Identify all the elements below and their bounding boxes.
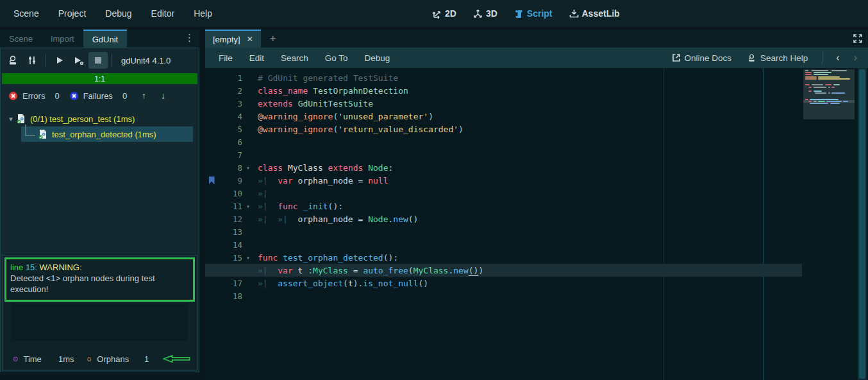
- settings-button[interactable]: [22, 52, 42, 69]
- doc-search-button[interactable]: [3, 52, 22, 69]
- dock-tab-import[interactable]: Import: [42, 30, 83, 48]
- dock-tab-scene[interactable]: Scene: [0, 30, 42, 48]
- code-text: @warning_ignore('unused_parameter'): [254, 112, 433, 121]
- code-line[interactable]: 12»|»|orphan_node = Node.new(): [205, 212, 868, 225]
- script-menu-go-to[interactable]: Go To: [317, 49, 356, 67]
- next-failure-button[interactable]: ↓: [156, 91, 171, 101]
- search-help-button[interactable]: Search Help: [740, 50, 814, 66]
- debug-tests-button[interactable]: [69, 52, 88, 69]
- dock-options-icon[interactable]: ⋮: [179, 30, 199, 48]
- line-number: 17: [218, 279, 242, 288]
- minimap-line-mark: [810, 99, 838, 100]
- online-docs-button[interactable]: Online Docs: [665, 50, 739, 66]
- line-number: 6: [218, 137, 242, 147]
- code-text: »|var orphan_node = null: [254, 176, 388, 186]
- code-line[interactable]: 17»|assert_object(t).is_not_null(): [205, 277, 868, 289]
- indent-guide-icon: »|: [258, 279, 278, 288]
- code-line[interactable]: 1# GdUnit generated TestSuite: [205, 71, 868, 84]
- fold-arrow-icon[interactable]: ▾: [242, 254, 254, 261]
- close-icon[interactable]: ✕: [247, 35, 253, 44]
- mode-script-button[interactable]: Script: [510, 6, 556, 21]
- code-token: :: [308, 266, 313, 275]
- code-line[interactable]: 7: [205, 148, 868, 161]
- line-number: 18: [218, 291, 242, 301]
- mode-3d-button[interactable]: 3D: [469, 6, 501, 21]
- warning-line-number: 15:: [26, 263, 37, 272]
- code-token: assert_object: [278, 279, 343, 288]
- menu-help[interactable]: Help: [187, 5, 219, 22]
- code-token: ): [428, 112, 433, 121]
- stop-button[interactable]: [88, 52, 108, 69]
- code-token: t: [298, 266, 308, 275]
- code-line[interactable]: 13: [205, 225, 868, 238]
- mode-assetlib-button[interactable]: AssetLib: [565, 6, 624, 21]
- vertical-scrollbar[interactable]: [858, 68, 867, 380]
- minimap[interactable]: [803, 69, 855, 379]
- script-menu-debug[interactable]: Debug: [356, 49, 399, 67]
- code-line[interactable]: 6: [205, 135, 868, 148]
- toolbar-separator: [46, 54, 46, 67]
- code-line[interactable]: 9»|var orphan_node = null: [205, 174, 868, 187]
- script-tab-empty[interactable]: [empty] ✕: [205, 30, 261, 48]
- minimap-line-mark: [808, 91, 812, 92]
- code-token: MyClass: [413, 266, 449, 275]
- line-number: 10: [218, 189, 242, 198]
- code-line[interactable]: 15▾func test_orphan_detected():: [205, 251, 868, 264]
- script-menu-edit[interactable]: Edit: [241, 49, 272, 67]
- code-line[interactable]: 14: [205, 238, 868, 251]
- code-line[interactable]: 11▾»|func _init():: [205, 200, 868, 212]
- code-token: ): [353, 279, 358, 288]
- run-tests-button[interactable]: [50, 52, 69, 69]
- test-tree-item[interactable]: test_orphan_detected (1ms): [21, 126, 193, 142]
- code-line[interactable]: 2class_name TestOrpahnDetection: [205, 84, 868, 97]
- history-back-button[interactable]: ‹: [830, 51, 845, 65]
- mode-2d-button[interactable]: 2D: [428, 6, 460, 21]
- menu-debug[interactable]: Debug: [98, 5, 138, 22]
- menu-project[interactable]: Project: [51, 5, 94, 22]
- code-token: ():: [383, 253, 398, 263]
- report-text-area: [12, 304, 188, 341]
- code-token: var: [278, 266, 297, 275]
- fold-arrow-icon[interactable]: ▾: [242, 203, 254, 210]
- code-line[interactable]: 18: [205, 289, 868, 302]
- script-menu-file[interactable]: File: [210, 49, 241, 67]
- orphans-label: Orphans: [97, 354, 129, 364]
- menu-scene[interactable]: Scene: [6, 5, 46, 22]
- fold-arrow-icon[interactable]: ▾: [242, 164, 254, 171]
- gutter-bookmark-cell[interactable]: [205, 177, 218, 185]
- code-line[interactable]: 8▾class MyClass extends Node:: [205, 161, 868, 174]
- script-menu-search[interactable]: Search: [272, 49, 317, 67]
- code-line[interactable]: 10»|: [205, 187, 868, 200]
- code-token: MyClass: [288, 163, 328, 173]
- prev-failure-button[interactable]: ↑: [137, 91, 151, 101]
- dock-tab-gdunit[interactable]: GdUnit: [83, 30, 127, 48]
- line-number: 1: [218, 73, 242, 83]
- minimap-line-mark: [828, 92, 830, 94]
- mode-3d-label: 3D: [486, 8, 497, 19]
- test-tree-label: test_orphan_detected (1ms): [48, 130, 156, 139]
- code-token: (): [418, 279, 428, 288]
- 2d-icon: [432, 9, 442, 19]
- code-line[interactable]: 16»|var t :MyClass = auto_free(MyClass.n…: [205, 264, 868, 277]
- new-script-button[interactable]: +: [261, 30, 285, 48]
- code-area[interactable]: 1# GdUnit generated TestSuite2class_name…: [205, 68, 868, 380]
- line-number: 5: [218, 125, 242, 134]
- gdunit-panel: gdUnit4 4.1.0 1:1 Errors 0 Failures 0 ↑ …: [0, 48, 199, 372]
- tree-expander-icon[interactable]: ▾: [6, 115, 16, 123]
- line-number: 7: [218, 150, 242, 160]
- code-line[interactable]: 4@warning_ignore('unused_parameter'): [205, 110, 868, 123]
- minimap-line-mark: [814, 72, 832, 73]
- test-progress-bar: 1:1: [2, 73, 197, 84]
- history-forward-button[interactable]: ›: [848, 51, 863, 65]
- minimap-line-mark: [805, 76, 817, 78]
- code-line[interactable]: 5@warning_ignore('return_value_discarded…: [205, 123, 868, 135]
- distraction-free-icon[interactable]: [853, 33, 863, 44]
- menu-editor[interactable]: Editor: [144, 5, 182, 22]
- minimap-line-mark: [830, 103, 840, 104]
- code-token: (): [469, 266, 479, 275]
- scrollbar-grabber[interactable]: [859, 69, 865, 379]
- minimap-line-mark: [805, 99, 808, 100]
- line-number: 2: [218, 86, 242, 96]
- code-line[interactable]: 3extends GdUnitTestSuite: [205, 97, 868, 110]
- code-token: test_orphan_detected: [283, 253, 383, 263]
